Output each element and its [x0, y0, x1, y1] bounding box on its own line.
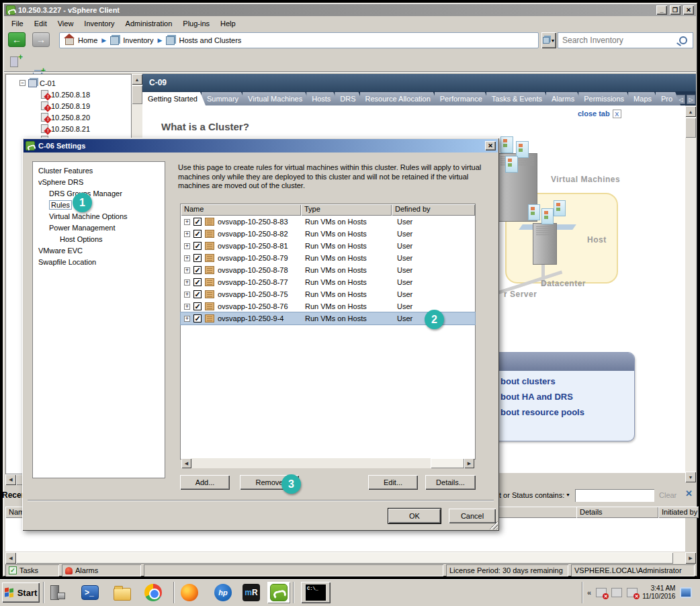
close-panel-x-icon[interactable]: ✕ [685, 488, 693, 499]
menu-file[interactable]: File [7, 18, 28, 29]
rule-checkbox[interactable] [193, 290, 202, 298]
breadcrumb-home[interactable]: Home [78, 36, 97, 44]
server-manager-icon[interactable] [48, 583, 67, 602]
network-icon[interactable] [611, 588, 622, 597]
start-button[interactable]: Start [2, 582, 40, 603]
scroll-left-icon[interactable]: ◀ [5, 552, 16, 564]
mremoteng-icon[interactable]: mR [242, 583, 261, 602]
menu-inventory[interactable]: Inventory [79, 18, 119, 29]
search-scope-button[interactable]: ▼ [541, 32, 556, 48]
rule-checkbox[interactable] [193, 254, 202, 262]
clock[interactable]: 3:41 AM 11/10/2016 [642, 585, 675, 601]
column-header-details[interactable]: Details [576, 507, 658, 518]
filter-clear-button[interactable]: Clear [659, 491, 676, 499]
tree-node-host[interactable]: 10.250.8.18 [41, 89, 131, 100]
tab-hosts[interactable]: Hosts [306, 92, 339, 105]
firefox-icon[interactable] [180, 583, 199, 602]
scroll-left-icon[interactable]: ◀ [181, 458, 191, 468]
volume-muted-icon[interactable]: ✕ [627, 588, 638, 597]
rule-checkbox[interactable] [193, 302, 202, 310]
content-vertical-scrollbar[interactable]: ▲ ▼ [685, 106, 696, 482]
nav-cluster-features[interactable]: Cluster Features [33, 165, 165, 177]
nav-vsphere-drs[interactable]: vSphere DRS [33, 177, 165, 188]
command-prompt-icon[interactable]: C:\_ [301, 582, 331, 603]
filter-dropdown-icon[interactable]: ▼ [566, 492, 570, 497]
expand-icon[interactable] [184, 255, 190, 261]
tab-drs[interactable]: DRS [335, 92, 363, 105]
tab-tasks-events[interactable]: Tasks & Events [486, 92, 550, 105]
breadcrumb-hosts-and-clusters[interactable]: Hosts and Clusters [179, 36, 241, 44]
tab-maps[interactable]: Maps [628, 92, 660, 105]
restore-button[interactable]: ❐ [670, 5, 681, 15]
new-host-button[interactable]: + [7, 55, 21, 69]
expand-icon[interactable] [184, 304, 190, 310]
close-button[interactable]: ✕ [683, 5, 694, 15]
column-header-initiated-by[interactable]: Initiated by [658, 507, 699, 518]
tree-host-label[interactable]: 10.250.8.19 [51, 102, 90, 110]
minimize-button[interactable]: _ [656, 5, 667, 15]
menu-view[interactable]: View [53, 18, 79, 29]
expand-icon[interactable] [184, 243, 190, 249]
nav-vmware-evc[interactable]: VMware EVC [33, 245, 165, 257]
expand-icon[interactable] [184, 279, 190, 286]
close-tab-x-icon[interactable]: X [613, 110, 621, 118]
show-desktop-icon[interactable] [680, 587, 692, 598]
forward-button[interactable]: → [32, 32, 50, 47]
edit-button[interactable]: Edit... [368, 475, 418, 490]
rule-row[interactable]: ovsvapp-10-250-8-83 Run VMs on HostsUser [181, 216, 475, 228]
tree-node-host[interactable]: 10.250.8.21 [41, 123, 131, 134]
rule-checkbox[interactable] [193, 230, 202, 238]
close-tab-link[interactable]: close tabX [578, 110, 621, 118]
rules-table-hscrollbar[interactable]: ◀ ▶ [181, 458, 474, 468]
ok-button[interactable]: OK [388, 509, 441, 523]
tab-scroll-right-icon[interactable]: ▷ [687, 95, 695, 104]
menu-plugins[interactable]: Plug-ins [178, 18, 214, 29]
nav-swapfile-location[interactable]: Swapfile Location [33, 257, 165, 268]
collapse-icon[interactable]: − [19, 80, 26, 86]
expand-icon[interactable] [184, 219, 190, 225]
tree-host-label[interactable]: 10.250.8.18 [51, 91, 90, 99]
scrollbar-thumb[interactable] [132, 85, 142, 104]
scrollbar-thumb[interactable] [431, 458, 464, 468]
menu-help[interactable]: Help [216, 18, 240, 29]
add-button[interactable]: Add... [180, 475, 230, 490]
link-about-clusters[interactable]: bout clusters [500, 376, 634, 386]
task-filter-input[interactable] [575, 489, 654, 502]
tab-performance[interactable]: Performance [435, 92, 490, 105]
rule-row[interactable]: ovsvapp-10-250-8-75 Run VMs on HostsUser [181, 288, 475, 300]
rule-checkbox[interactable] [193, 314, 202, 322]
tab-virtual-machines[interactable]: Virtual Machines [243, 92, 310, 105]
details-button[interactable]: Details... [425, 475, 476, 490]
hp-icon[interactable]: hp [214, 583, 232, 602]
scroll-up-icon[interactable]: ▲ [132, 74, 142, 85]
nav-power-management[interactable]: Power Management [33, 222, 165, 234]
tree-node-cluster[interactable]: − C-01 [19, 77, 131, 89]
expand-icon[interactable] [184, 292, 190, 298]
tasks-statusbar-button[interactable]: ✓ Tasks [5, 564, 59, 576]
nav-virtual-machine-options[interactable]: Virtual Machine Options [33, 211, 165, 222]
search-icon[interactable] [679, 36, 687, 44]
main-horizontal-scrollbar[interactable]: ◀ ▶ [5, 552, 696, 564]
rule-row[interactable]: ovsvapp-10-250-8-78 Run VMs on HostsUser [181, 264, 475, 276]
tab-getting-started[interactable]: Getting Started [142, 92, 206, 105]
expand-icon[interactable] [184, 267, 190, 273]
column-type[interactable]: Type [301, 204, 392, 216]
breadcrumb-inventory[interactable]: Inventory [123, 36, 153, 44]
column-defined-by[interactable]: Defined by [392, 204, 475, 216]
search-input[interactable] [558, 36, 679, 45]
rule-checkbox[interactable] [193, 242, 202, 250]
resize-grip[interactable] [489, 521, 498, 529]
scroll-up-icon[interactable]: ▲ [685, 106, 696, 117]
back-button[interactable]: ← [8, 32, 26, 47]
tab-alarms[interactable]: Alarms [546, 92, 582, 105]
column-name[interactable]: Name [181, 204, 301, 216]
scroll-right-icon[interactable]: ▶ [464, 458, 474, 468]
chrome-icon[interactable] [144, 583, 163, 602]
link-about-resource-pools[interactable]: bout resource pools [500, 407, 634, 417]
rule-checkbox[interactable] [193, 266, 202, 274]
menu-administration[interactable]: Administration [121, 18, 177, 29]
tab-permissions[interactable]: Permissions [578, 92, 632, 105]
menu-edit[interactable]: Edit [30, 18, 52, 29]
scroll-right-icon[interactable]: ▶ [685, 552, 696, 564]
expand-icon[interactable] [184, 316, 190, 322]
